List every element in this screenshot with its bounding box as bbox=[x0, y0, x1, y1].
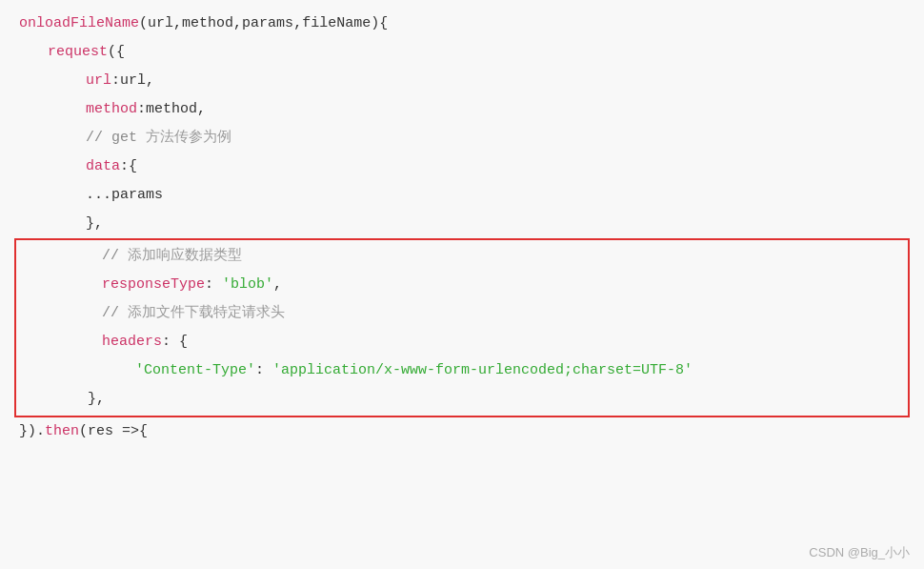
hl-line-1: // 添加响应数据类型 bbox=[16, 242, 908, 271]
hl-line-5: 'Content-Type': 'application/x-www-form-… bbox=[16, 356, 908, 385]
highlight-box: // 添加响应数据类型 responseType: 'blob', // 添加文… bbox=[14, 238, 910, 417]
token-function: onloadFileName bbox=[19, 12, 139, 35]
code-container: onloadFileName(url,method,params,fileNam… bbox=[0, 0, 924, 569]
code-line-last: }).then(res =>{ bbox=[0, 417, 924, 446]
code-line-1: onloadFileName(url,method,params,fileNam… bbox=[0, 10, 924, 38]
code-line-4: method:method, bbox=[0, 95, 924, 124]
hl-line-4: headers: { bbox=[16, 328, 908, 356]
code-line-3: url:url, bbox=[0, 67, 924, 95]
watermark: CSDN @Big_小小 bbox=[809, 544, 910, 561]
hl-line-3: // 添加文件下载特定请求头 bbox=[16, 299, 908, 328]
code-line-2: request({ bbox=[0, 38, 924, 67]
hl-line-6: }, bbox=[16, 385, 908, 414]
code-line-8: }, bbox=[0, 210, 924, 238]
code-line-7: ...params bbox=[0, 181, 924, 210]
code-line-5: // get 方法传参为例 bbox=[0, 124, 924, 152]
hl-line-2: responseType: 'blob', bbox=[16, 271, 908, 299]
code-line-6: data:{ bbox=[0, 152, 924, 181]
